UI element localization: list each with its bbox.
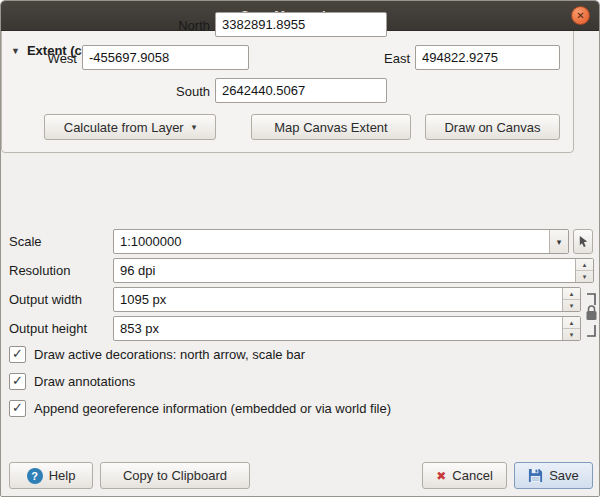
scale-picker-icon bbox=[577, 235, 590, 248]
draw-annotations-checkbox[interactable]: ✓ bbox=[9, 373, 26, 390]
spin-up-icon[interactable]: ▴ bbox=[563, 317, 580, 329]
check-icon: ✓ bbox=[12, 347, 23, 360]
east-label: East bbox=[340, 46, 410, 71]
spin-buttons: ▴ ▾ bbox=[562, 288, 580, 311]
scale-input[interactable] bbox=[114, 230, 548, 253]
north-extent-input[interactable] bbox=[215, 12, 387, 37]
spin-up-icon[interactable]: ▴ bbox=[563, 288, 580, 300]
output-height-spinbox[interactable]: ▴ ▾ bbox=[113, 316, 581, 341]
spin-down-icon[interactable]: ▾ bbox=[563, 329, 580, 340]
spin-buttons: ▴ ▾ bbox=[562, 317, 580, 340]
draw-decorations-checkbox[interactable]: ✓ bbox=[9, 346, 26, 363]
south-label: South bbox=[120, 79, 210, 104]
output-width-label: Output width bbox=[9, 287, 82, 312]
output-height-input[interactable] bbox=[114, 317, 560, 340]
draw-on-canvas-label: Draw on Canvas bbox=[444, 120, 540, 135]
resolution-spinbox[interactable]: ▴ ▾ bbox=[113, 258, 594, 283]
append-georeference-label: Append georeference information (embedde… bbox=[34, 401, 391, 416]
draw-on-canvas-button[interactable]: Draw on Canvas bbox=[425, 114, 560, 140]
save-button[interactable]: Save bbox=[514, 462, 593, 489]
calculate-from-layer-button[interactable]: Calculate from Layer ▾ bbox=[44, 114, 216, 140]
west-label: West bbox=[7, 46, 77, 71]
scale-combobox[interactable]: ▾ bbox=[113, 229, 569, 254]
checkbox-row: ✓ Draw annotations bbox=[9, 372, 135, 390]
east-extent-input[interactable] bbox=[415, 45, 560, 70]
save-map-as-image-dialog: Save Map as Image ✕ ▼ Extent (current: u… bbox=[0, 0, 600, 497]
spin-down-icon[interactable]: ▾ bbox=[576, 271, 593, 282]
north-label: North bbox=[120, 13, 210, 38]
draw-decorations-label: Draw active decorations: north arrow, sc… bbox=[34, 347, 305, 362]
calculate-from-layer-label: Calculate from Layer bbox=[64, 120, 184, 135]
save-label: Save bbox=[549, 468, 579, 483]
close-button[interactable]: ✕ bbox=[571, 6, 590, 25]
copy-to-clipboard-button[interactable]: Copy to Clipboard bbox=[100, 462, 250, 489]
map-canvas-extent-label: Map Canvas Extent bbox=[274, 120, 387, 135]
help-icon: ? bbox=[27, 468, 43, 484]
draw-annotations-label: Draw annotations bbox=[34, 374, 135, 389]
checkbox-row: ✓ Draw active decorations: north arrow, … bbox=[9, 345, 305, 363]
west-extent-input[interactable] bbox=[82, 45, 249, 70]
cancel-button[interactable]: ✖ Cancel bbox=[422, 462, 507, 489]
scale-label: Scale bbox=[9, 229, 42, 254]
link-size-icon bbox=[584, 292, 599, 338]
map-canvas-extent-button[interactable]: Map Canvas Extent bbox=[251, 114, 411, 140]
cancel-label: Cancel bbox=[452, 468, 492, 483]
checkbox-row: ✓ Append georeference information (embed… bbox=[9, 399, 391, 417]
south-extent-input[interactable] bbox=[215, 78, 387, 103]
lock-aspect-ratio-toggle[interactable] bbox=[584, 292, 599, 341]
resolution-input[interactable] bbox=[114, 259, 573, 282]
spin-buttons: ▴ ▾ bbox=[575, 259, 593, 282]
copy-to-clipboard-label: Copy to Clipboard bbox=[123, 468, 227, 483]
chevron-down-icon[interactable]: ▾ bbox=[549, 230, 568, 253]
spin-down-icon[interactable]: ▾ bbox=[563, 300, 580, 311]
spin-up-icon[interactable]: ▴ bbox=[576, 259, 593, 271]
append-georeference-checkbox[interactable]: ✓ bbox=[9, 400, 26, 417]
output-height-label: Output height bbox=[9, 316, 87, 341]
dropdown-arrow-icon: ▾ bbox=[192, 122, 197, 132]
output-width-input[interactable] bbox=[114, 288, 560, 311]
help-button[interactable]: ? Help bbox=[9, 462, 93, 489]
check-icon: ✓ bbox=[12, 374, 23, 387]
check-icon: ✓ bbox=[12, 401, 23, 414]
save-icon bbox=[528, 468, 543, 483]
close-icon: ✕ bbox=[576, 10, 584, 21]
set-scale-from-canvas-button[interactable] bbox=[573, 229, 593, 254]
resolution-label: Resolution bbox=[9, 258, 70, 283]
output-width-spinbox[interactable]: ▴ ▾ bbox=[113, 287, 581, 312]
help-label: Help bbox=[49, 468, 76, 483]
cancel-icon: ✖ bbox=[436, 469, 446, 483]
